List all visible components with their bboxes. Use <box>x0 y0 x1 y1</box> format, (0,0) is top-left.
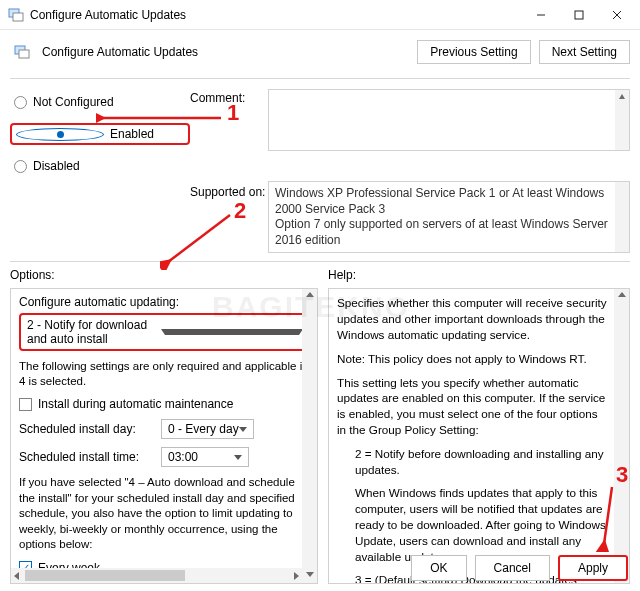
divider <box>10 261 630 262</box>
scrollbar-vertical[interactable] <box>302 289 317 583</box>
app-icon <box>8 7 24 23</box>
install-day-label: Scheduled install day: <box>19 422 151 436</box>
previous-setting-button[interactable]: Previous Setting <box>417 40 530 64</box>
help-text: 2 = Notify before downloading and instal… <box>337 446 623 478</box>
radio-label: Disabled <box>33 159 80 173</box>
supported-text: Windows XP Professional Service Pack 1 o… <box>275 186 609 217</box>
close-button[interactable] <box>598 1 636 29</box>
next-setting-button[interactable]: Next Setting <box>539 40 630 64</box>
svg-rect-1 <box>13 13 23 21</box>
chevron-down-icon <box>161 329 303 335</box>
help-pane: Specifies whether this computer will rec… <box>328 288 630 584</box>
install-time-select[interactable]: 03:00 <box>161 447 249 467</box>
checkbox-label: Install during automatic maintenance <box>38 397 233 411</box>
title-bar: Configure Automatic Updates <box>0 0 640 30</box>
scrollbar-vertical[interactable] <box>614 289 629 583</box>
supported-label: Supported on: <box>190 175 268 253</box>
policy-title: Configure Automatic Updates <box>42 45 198 59</box>
radio-disabled[interactable]: Disabled <box>10 157 190 175</box>
chevron-down-icon <box>239 427 247 432</box>
window-title: Configure Automatic Updates <box>30 8 522 22</box>
minimize-button[interactable] <box>522 1 560 29</box>
help-text: Note: This policy does not apply to Wind… <box>337 351 623 367</box>
checkbox-icon <box>19 398 32 411</box>
help-text: Specifies whether this computer will rec… <box>337 295 623 342</box>
svg-rect-3 <box>575 11 583 19</box>
divider <box>10 78 630 79</box>
cancel-button[interactable]: Cancel <box>475 555 550 581</box>
policy-icon <box>14 44 30 60</box>
help-text: When Windows finds updates that apply to… <box>337 485 623 564</box>
supported-on-box: Windows XP Professional Service Pack 1 o… <box>268 181 630 253</box>
select-value: 0 - Every day <box>168 422 239 436</box>
policy-state-grid: Not Configured Enabled Disabled Comment:… <box>0 83 640 253</box>
install-day-select[interactable]: 0 - Every day <box>161 419 254 439</box>
options-heading: Options: <box>10 268 318 282</box>
scrollbar-horizontal[interactable] <box>11 568 302 583</box>
dialog-button-row: OK Cancel Apply <box>411 555 628 581</box>
radio-icon <box>16 128 104 141</box>
options-pane: Configure automatic updating: 2 - Notify… <box>10 288 318 584</box>
policy-heading: Configure Automatic Updates <box>10 44 409 60</box>
ok-button[interactable]: OK <box>411 555 466 581</box>
configure-updating-select[interactable]: 2 - Notify for download and auto install <box>19 313 311 351</box>
install-during-maintenance-checkbox[interactable]: Install during automatic maintenance <box>19 397 311 411</box>
apply-button[interactable]: Apply <box>558 555 628 581</box>
scrollbar[interactable] <box>615 182 629 252</box>
install-time-label: Scheduled install time: <box>19 450 151 464</box>
help-text: This setting lets you specify whether au… <box>337 375 623 438</box>
help-heading: Help: <box>328 268 630 282</box>
svg-rect-7 <box>19 50 29 58</box>
configure-updating-label: Configure automatic updating: <box>19 295 311 309</box>
comment-label: Comment: <box>190 89 268 175</box>
radio-icon <box>14 96 27 109</box>
chevron-down-icon <box>234 455 242 460</box>
schedule-paragraph: If you have selected "4 – Auto download … <box>19 475 311 553</box>
options-note: The following settings are only required… <box>19 359 311 389</box>
select-value: 2 - Notify for download and auto install <box>27 318 161 346</box>
radio-not-configured[interactable]: Not Configured <box>10 93 190 111</box>
select-value: 03:00 <box>168 450 198 464</box>
radio-label: Enabled <box>110 127 154 141</box>
supported-text: Option 7 only supported on servers of at… <box>275 217 609 248</box>
maximize-button[interactable] <box>560 1 598 29</box>
header-row: Configure Automatic Updates Previous Set… <box>0 30 640 70</box>
comment-textarea[interactable] <box>268 89 630 151</box>
scrollbar[interactable] <box>615 90 629 150</box>
radio-icon <box>14 160 27 173</box>
radio-enabled[interactable]: Enabled <box>10 123 190 145</box>
radio-label: Not Configured <box>33 95 114 109</box>
